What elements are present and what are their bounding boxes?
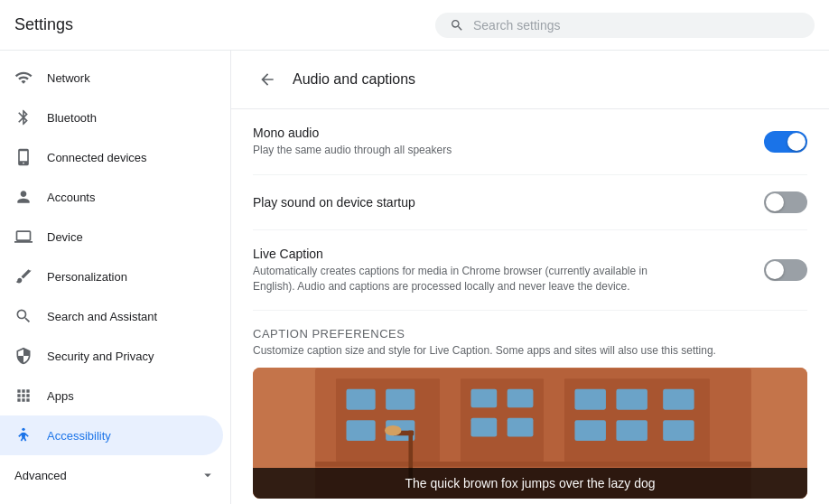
sidebar-item-bluetooth[interactable]: Bluetooth — [0, 98, 223, 137]
sidebar: Network Bluetooth Connected devices — [0, 51, 231, 504]
laptop-icon — [14, 228, 33, 246]
sidebar-item-bluetooth-label: Bluetooth — [47, 111, 97, 125]
sidebar-item-connected-devices-label: Connected devices — [47, 151, 147, 164]
mono-audio-row: Mono audio Play the same audio through a… — [253, 109, 807, 175]
svg-rect-11 — [616, 389, 647, 410]
live-caption-name: Live Caption — [253, 247, 764, 261]
caption-prefs-title: Caption preferences — [253, 327, 807, 341]
svg-point-0 — [22, 428, 24, 431]
main-content: Network Bluetooth Connected devices — [0, 51, 829, 504]
search-bar[interactable] — [435, 13, 815, 38]
header: Settings — [0, 0, 829, 51]
play-sound-startup-row: Play sound on device startup — [253, 175, 807, 230]
live-caption-toggle[interactable] — [764, 259, 807, 281]
devices-icon — [14, 148, 33, 166]
sidebar-item-personalization-label: Personalization — [47, 270, 127, 284]
apps-icon — [14, 387, 33, 405]
settings-body: Mono audio Play the same audio through a… — [231, 109, 829, 504]
chevron-down-icon — [200, 467, 216, 483]
sidebar-item-security-privacy[interactable]: Security and Privacy — [0, 336, 223, 376]
live-caption-thumb — [766, 261, 784, 279]
bluetooth-icon — [14, 108, 33, 126]
sidebar-item-search-assistant[interactable]: Search and Assistant — [0, 296, 223, 336]
sidebar-item-apps[interactable]: Apps — [0, 376, 223, 415]
content-area: Audio and captions Mono audio Play the s… — [231, 51, 829, 504]
caption-text-bar: The quick brown fox jumps over the lazy … — [253, 468, 807, 499]
page-title: Settings — [14, 15, 73, 34]
svg-rect-16 — [508, 418, 534, 437]
sidebar-item-device[interactable]: Device — [0, 217, 223, 257]
mono-audio-desc: Play the same audio through all speakers — [253, 143, 686, 158]
caption-preview-text: The quick brown fox jumps over the lazy … — [405, 476, 655, 490]
sidebar-item-security-privacy-label: Security and Privacy — [47, 350, 154, 363]
play-sound-startup-toggle[interactable] — [764, 191, 807, 213]
sidebar-item-network[interactable]: Network — [0, 58, 223, 98]
svg-rect-20 — [315, 462, 751, 468]
live-caption-row: Live Caption Automatically creates capti… — [253, 230, 807, 312]
sidebar-item-search-assistant-label: Search and Assistant — [47, 310, 157, 323]
caption-preview: The quick brown fox jumps over the lazy … — [253, 368, 807, 499]
mono-audio-name: Mono audio — [253, 126, 764, 140]
wifi-icon — [14, 69, 33, 87]
sidebar-item-connected-devices[interactable]: Connected devices — [0, 137, 223, 177]
sidebar-item-personalization[interactable]: Personalization — [0, 257, 223, 296]
live-caption-desc: Automatically creates captions for media… — [253, 264, 686, 294]
brush-icon — [14, 267, 33, 285]
mono-audio-thumb — [787, 133, 806, 151]
sidebar-item-accessibility-label: Accessibility — [47, 429, 111, 443]
svg-rect-10 — [574, 389, 605, 410]
sidebar-item-network-label: Network — [47, 71, 90, 85]
svg-rect-7 — [386, 389, 414, 410]
svg-rect-17 — [574, 421, 605, 442]
sidebar-item-accounts[interactable]: Accounts — [0, 177, 223, 217]
search-icon — [450, 18, 464, 33]
content-header: Audio and captions — [231, 51, 829, 109]
sidebar-item-apps-label: Apps — [47, 389, 74, 403]
play-sound-startup-name: Play sound on device startup — [253, 195, 764, 210]
search-input[interactable] — [473, 18, 800, 33]
person-icon — [14, 188, 33, 206]
play-sound-startup-thumb — [766, 193, 784, 211]
svg-rect-18 — [616, 421, 647, 442]
sidebar-advanced-label: Advanced — [14, 469, 67, 482]
svg-rect-12 — [663, 389, 694, 410]
shield-icon — [14, 347, 33, 365]
svg-rect-13 — [346, 421, 375, 442]
sidebar-item-accessibility[interactable]: Accessibility — [0, 415, 223, 455]
svg-rect-9 — [508, 389, 534, 408]
back-button[interactable] — [253, 65, 282, 94]
caption-prefs-desc: Customize caption size and style for Liv… — [253, 344, 807, 357]
svg-rect-8 — [470, 389, 497, 408]
sidebar-item-accounts-label: Accounts — [47, 191, 95, 204]
accessibility-icon — [14, 426, 33, 444]
sidebar-item-advanced[interactable]: Advanced — [0, 455, 230, 495]
svg-point-23 — [385, 425, 401, 435]
content-title: Audio and captions — [293, 71, 415, 88]
svg-rect-6 — [346, 389, 375, 410]
mono-audio-toggle[interactable] — [764, 131, 807, 153]
caption-preferences-section: Caption preferences Customize caption si… — [253, 311, 807, 504]
search-settings-icon — [14, 307, 33, 325]
sidebar-item-device-label: Device — [47, 230, 83, 244]
svg-rect-15 — [470, 418, 497, 437]
svg-rect-19 — [663, 421, 694, 442]
